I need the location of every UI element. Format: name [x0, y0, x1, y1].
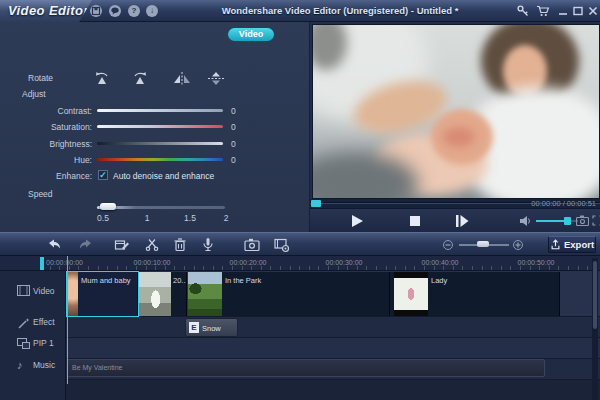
timeline-scrollbar-thumb[interactable] [593, 261, 597, 329]
contrast-slider[interactable] [97, 109, 223, 112]
export-button[interactable]: Export [548, 236, 596, 253]
record-voiceover-icon[interactable] [200, 237, 216, 253]
pip-track-label: PIP 1 [33, 338, 54, 348]
volume-handle[interactable] [564, 217, 571, 225]
ruler-label-50: 00:00:50:00 [514, 259, 558, 266]
seek-bar-row: 00:00:00 / 00:00:51 [310, 199, 600, 208]
volume-icon[interactable] [520, 216, 532, 226]
close-button[interactable] [587, 6, 600, 20]
rotate-label: Rotate [28, 73, 53, 83]
effect-track-label: Effect [33, 317, 55, 327]
contrast-row: Contrast: 0 [0, 105, 310, 117]
music-track-label: Music [33, 360, 55, 370]
fullscreen-icon[interactable] [592, 215, 600, 226]
saturation-label: Saturation: [0, 122, 92, 132]
minimize-button[interactable] [557, 6, 571, 20]
clip-thumbnail [188, 272, 222, 316]
contrast-label: Contrast: [0, 106, 92, 116]
ruler-label-20: 00:00:20:00 [226, 259, 270, 266]
playhead-line[interactable] [67, 256, 68, 384]
help-icon[interactable]: ? [128, 5, 140, 17]
ruler-tick-marks [40, 266, 600, 270]
ruler-label-30: 00:00:30:00 [322, 259, 366, 266]
clip-be-my-valentine[interactable]: Be My Valentine [67, 359, 545, 377]
timeline-toolbar: Export [0, 232, 600, 256]
snapshot-tool-icon[interactable] [244, 237, 260, 253]
checkmark-icon: ✓ [99, 170, 107, 180]
next-frame-button[interactable] [455, 214, 469, 228]
hue-value: 0 [231, 155, 236, 165]
brightness-row: Brightness: 0 [0, 138, 310, 150]
play-button[interactable] [350, 214, 364, 228]
app-logo: Video Editor [0, 0, 92, 22]
save-project-icon[interactable] [90, 5, 102, 17]
redo-icon[interactable] [78, 237, 94, 253]
playhead-handle[interactable] [40, 257, 44, 270]
seek-handle[interactable] [311, 200, 321, 207]
effect-track-row[interactable] [0, 317, 600, 338]
edit-clip-icon[interactable] [114, 237, 130, 253]
flip-vertical-button[interactable] [206, 71, 228, 87]
brightness-slider[interactable] [97, 142, 223, 145]
scene-detect-icon[interactable] [274, 237, 290, 253]
tab-video[interactable]: Video [228, 28, 274, 41]
zoom-out-icon[interactable] [443, 240, 453, 250]
undo-icon[interactable] [46, 237, 62, 253]
clip-thumbnail [67, 272, 78, 316]
volume-slider-fill [536, 220, 566, 222]
hue-row: Hue: 0 [0, 154, 310, 166]
split-scissors-icon[interactable] [144, 237, 160, 253]
help-glyph: ? [132, 6, 137, 15]
ruler-label-0: 00:00:00:00 [46, 259, 90, 266]
enhance-label: Enhance: [0, 171, 92, 181]
register-key-icon[interactable] [516, 4, 530, 18]
clip-label: In the Park [225, 276, 261, 285]
video-editor-window: Video Editor ? ↓ Wondershare Video Edito… [0, 0, 600, 400]
track-header-column: Video Effect PIP 1 ♪ Music [0, 271, 66, 400]
app-logo-text: Video Editor [8, 3, 89, 18]
timeline-zoom-handle[interactable] [477, 241, 489, 247]
saturation-slider[interactable] [97, 125, 223, 128]
clip-wedding[interactable]: 20... [139, 272, 187, 316]
clip-thumbnail [139, 272, 171, 316]
speed-tick-05: 0.5 [93, 213, 113, 223]
timeline-ruler[interactable] [0, 256, 600, 271]
timeline-scrollbar[interactable] [592, 258, 598, 400]
clip-mum-and-baby[interactable]: Mum and baby [67, 272, 138, 316]
clip-snow-effect[interactable]: E Snow [185, 318, 238, 337]
effect-track-icon [17, 317, 30, 330]
pip-track-icon [17, 338, 30, 351]
delete-icon[interactable] [172, 237, 188, 253]
export-button-label: Export [564, 239, 594, 250]
update-icon[interactable]: ↓ [146, 5, 158, 17]
flip-horizontal-button[interactable] [172, 71, 194, 87]
clip-label: Be My Valentine [72, 364, 122, 371]
rotate-left-button[interactable] [92, 71, 114, 87]
brightness-label: Brightness: [0, 139, 92, 149]
effect-badge: E [189, 322, 199, 333]
clip-label: Lady [431, 276, 447, 285]
contrast-value: 0 [231, 106, 236, 116]
feedback-icon[interactable] [109, 5, 121, 17]
speed-slider-handle[interactable] [100, 203, 116, 210]
preview-pane: 00:00:00 / 00:00:51 [310, 22, 600, 232]
window-title: Wondershare Video Editor (Unregistered) … [160, 5, 520, 16]
rotate-right-button[interactable] [130, 71, 152, 87]
speed-tick-2: 2 [216, 213, 236, 223]
pip-track-row[interactable] [0, 338, 600, 359]
clip-label: Mum and baby [81, 276, 131, 285]
playback-controls [310, 208, 600, 232]
hue-slider[interactable] [97, 158, 223, 161]
enhance-checkbox[interactable]: ✓ [98, 170, 108, 180]
speed-slider[interactable] [97, 206, 225, 209]
maximize-button[interactable] [572, 6, 586, 20]
stop-button[interactable] [410, 216, 420, 226]
clip-lady[interactable]: Lady [390, 272, 560, 316]
photo-baby-face [443, 127, 475, 147]
ruler-label-10: 00:00:10:00 [130, 259, 174, 266]
purchase-cart-icon[interactable] [536, 4, 550, 18]
music-track-icon: ♪ [17, 359, 30, 372]
clip-in-the-park[interactable]: In the Park [188, 272, 390, 316]
snapshot-icon[interactable] [576, 215, 589, 226]
zoom-in-icon[interactable] [513, 240, 523, 250]
